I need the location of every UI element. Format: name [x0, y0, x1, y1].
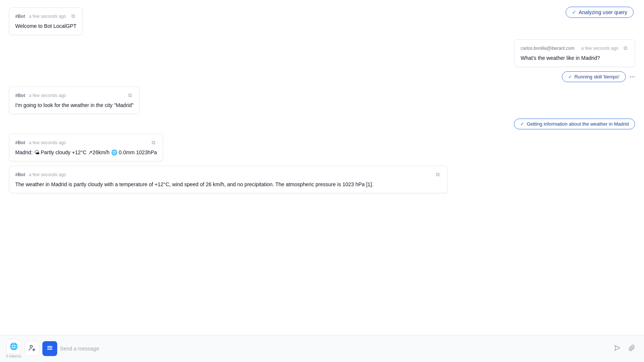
analyzing-status-badge: ✓ Analyzing user query	[566, 7, 634, 18]
person-icon	[28, 344, 36, 353]
toolbar-left: 🌐 0 tokens	[6, 339, 22, 358]
send-button[interactable]	[611, 343, 623, 355]
message-header: #Bot a few seconds ago ⧉	[15, 91, 133, 99]
check-icon: ✓	[572, 9, 576, 15]
check-icon: ✓	[520, 121, 524, 127]
svg-rect-2	[47, 346, 52, 347]
message-header: #Bot a few seconds ago ⧉	[15, 12, 77, 20]
getting-info-label: Getting information about the weather in…	[527, 121, 629, 127]
copy-button[interactable]: ⧉	[70, 12, 77, 20]
svg-rect-3	[47, 348, 52, 348]
bot-message-looking: #Bot a few seconds ago ⧉ I'm going to lo…	[9, 87, 140, 114]
running-skill-row: ✓ Running skill 'tiempo' ···	[9, 71, 635, 82]
copy-button[interactable]: ⧉	[622, 44, 629, 52]
message-text: Madrid: 🌤 Partly cloudy +12°C ↗26km/h 🌐 …	[15, 149, 157, 156]
message-text: What's the weather like in Madrid?	[521, 54, 629, 62]
msg-time: a few seconds ago	[29, 93, 66, 98]
attach-button[interactable]	[626, 343, 638, 355]
msg-time: a few seconds ago	[29, 140, 66, 145]
running-skill-badge: ✓ Running skill 'tiempo'	[562, 71, 626, 82]
message-text: The weather in Madrid is partly cloudy w…	[15, 181, 441, 188]
bottom-toolbar: 🌐 0 tokens	[0, 335, 644, 362]
analyzing-status-label: Analyzing user query	[579, 9, 627, 15]
tokens-label: 0 tokens	[6, 354, 22, 358]
message-input[interactable]	[60, 344, 608, 353]
message-input-wrapper	[60, 344, 608, 353]
chat-area: #Bot a few seconds ago ⧉ Welcome to Bot …	[0, 0, 644, 335]
message-text: I'm going to look for the weather in the…	[15, 101, 133, 109]
copy-button[interactable]: ⧉	[127, 91, 133, 99]
user-message-weather: carlos.bonilla@iberant.com a few seconds…	[514, 39, 635, 67]
message-header: #Bot a few seconds ago ⧉	[15, 139, 157, 146]
getting-info-badge: ✓ Getting information about the weather …	[514, 119, 635, 129]
copy-button[interactable]: ⧉	[150, 139, 157, 146]
bot-tag: #Bot	[15, 172, 25, 177]
globe-button[interactable]: 🌐	[6, 339, 21, 354]
person-button[interactable]	[25, 341, 39, 356]
getting-info-row: ✓ Getting information about the weather …	[9, 119, 635, 129]
message-header: #Bot a few seconds ago ⧉	[15, 171, 441, 178]
message-header: carlos.bonilla@iberant.com a few seconds…	[521, 44, 629, 52]
more-options-button[interactable]: ···	[630, 74, 635, 80]
msg-time: a few seconds ago	[29, 14, 66, 19]
bot-message-weather-data: #Bot a few seconds ago ⧉ Madrid: 🌤 Partl…	[9, 134, 163, 161]
bot-message-welcome: #Bot a few seconds ago ⧉ Welcome to Bot …	[9, 7, 83, 35]
bot-tag: #Bot	[15, 14, 25, 19]
copy-button[interactable]: ⧉	[434, 171, 441, 178]
bot-tag: #Bot	[15, 140, 25, 145]
bot-message-weather-full: #Bot a few seconds ago ⧉ The weather in …	[9, 166, 447, 193]
check-icon: ✓	[568, 74, 572, 80]
bot-tag: #Bot	[15, 93, 25, 98]
list-button[interactable]	[42, 341, 57, 356]
msg-time: a few seconds ago	[581, 46, 618, 51]
running-skill-label: Running skill 'tiempo'	[575, 74, 619, 80]
svg-point-0	[30, 345, 32, 348]
message-text: Welcome to Bot LocalGPT	[15, 22, 77, 30]
globe-icon: 🌐	[10, 342, 18, 350]
list-icon	[46, 345, 53, 353]
msg-time: a few seconds ago	[29, 172, 66, 177]
user-email: carlos.bonilla@iberant.com	[521, 46, 575, 51]
svg-rect-4	[47, 349, 52, 350]
